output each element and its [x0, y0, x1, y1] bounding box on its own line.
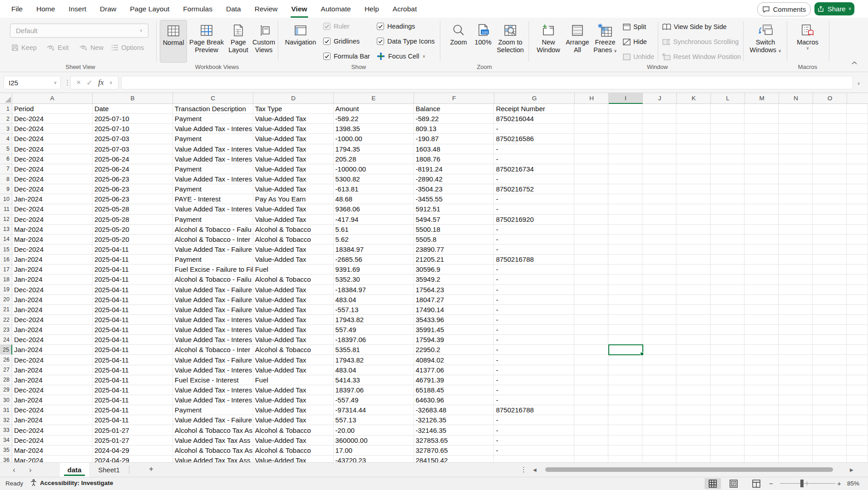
cell-H27[interactable] [574, 365, 608, 375]
cell-F23[interactable]: 35991.45 [414, 325, 494, 335]
cell-H30[interactable] [574, 395, 608, 405]
cell-J2[interactable] [642, 114, 676, 124]
cell-K20[interactable] [676, 295, 710, 305]
cell-M22[interactable] [745, 315, 779, 325]
cell-J35[interactable] [642, 446, 676, 456]
cell-H8[interactable] [574, 174, 608, 184]
cell-partial[interactable] [847, 225, 868, 235]
cell-O3[interactable] [813, 124, 847, 134]
menu-tab-insert[interactable]: Insert [62, 0, 93, 18]
cell-E27[interactable]: 483.04 [334, 365, 414, 375]
cell-K22[interactable] [676, 315, 710, 325]
cell-M4[interactable] [745, 134, 779, 144]
cell-M14[interactable] [745, 235, 779, 245]
cell-B26[interactable]: 2025-04-11 [93, 355, 173, 365]
cell-F27[interactable]: 41377.06 [414, 365, 494, 375]
cell-J11[interactable] [642, 204, 676, 214]
prev-sheet-arrow[interactable]: ‹ [13, 466, 15, 475]
cell-N10[interactable] [779, 194, 813, 204]
cell-D5[interactable]: Value-Added Tax [253, 144, 334, 154]
cell-partial[interactable] [847, 134, 868, 144]
cell-G36[interactable] [494, 456, 574, 462]
row-header-16[interactable]: 16 [0, 255, 12, 265]
cell-H23[interactable] [574, 325, 608, 335]
cell-N29[interactable] [779, 385, 813, 395]
cell-H16[interactable] [574, 255, 608, 265]
cell-F14[interactable]: 5505.8 [414, 235, 494, 245]
cell-E18[interactable]: 5352.30 [334, 274, 414, 284]
cell-L20[interactable] [710, 295, 745, 305]
cell-O5[interactable] [813, 144, 847, 154]
cell-M30[interactable] [745, 395, 779, 405]
cell-B12[interactable]: 2025-05-28 [93, 215, 173, 225]
cell-N12[interactable] [779, 215, 813, 225]
cell-F13[interactable]: 5500.18 [414, 225, 494, 235]
cell-D32[interactable]: Value-Added Tax [253, 415, 334, 425]
col-header-F[interactable]: F [414, 93, 494, 104]
cell-I4[interactable] [608, 134, 642, 144]
cell-B20[interactable]: 2025-04-11 [93, 295, 173, 305]
cell-O4[interactable] [813, 134, 847, 144]
cell-E2[interactable]: -589.22 [334, 114, 414, 124]
cell-I26[interactable] [608, 355, 642, 365]
cell-O21[interactable] [813, 305, 847, 315]
cell-I23[interactable] [608, 325, 642, 335]
cell-B11[interactable]: 2025-05-28 [93, 204, 173, 214]
cell-D15[interactable]: Value-Added Tax [253, 245, 334, 255]
row-header-3[interactable]: 3 [0, 124, 12, 134]
cell-A2[interactable]: Dec-2024 [12, 114, 93, 124]
cell-partial[interactable] [847, 104, 868, 114]
cell-G12[interactable]: 8750216920 [494, 215, 574, 225]
zoom-100-button[interactable]: 100 100% [472, 20, 494, 63]
cell-L26[interactable] [710, 355, 745, 365]
cell-O25[interactable] [813, 345, 847, 355]
cell-N30[interactable] [779, 395, 813, 405]
cell-O29[interactable] [813, 385, 847, 395]
cell-A3[interactable]: Dec-2024 [12, 124, 93, 134]
cell-partial[interactable] [847, 194, 868, 204]
cell-H28[interactable] [574, 375, 608, 385]
cell-M19[interactable] [745, 285, 779, 295]
cell-I28[interactable] [608, 375, 642, 385]
cell-C16[interactable]: Payment [173, 255, 253, 265]
cell-D1[interactable]: Tax Type [253, 104, 334, 114]
cell-J16[interactable] [642, 255, 676, 265]
cell-J5[interactable] [642, 144, 676, 154]
cell-M36[interactable] [745, 456, 779, 462]
cell-L23[interactable] [710, 325, 745, 335]
cell-O30[interactable] [813, 395, 847, 405]
cell-L4[interactable] [710, 134, 745, 144]
cell-partial[interactable] [847, 395, 868, 405]
cell-K2[interactable] [676, 114, 710, 124]
cell-A14[interactable]: Mar-2024 [12, 235, 93, 245]
cell-F22[interactable]: 35433.96 [414, 315, 494, 325]
cell-K17[interactable] [676, 265, 710, 274]
cell-A10[interactable]: Jan-2024 [12, 194, 93, 204]
cell-I35[interactable] [608, 446, 642, 456]
cell-M18[interactable] [745, 274, 779, 284]
row-header-31[interactable]: 31 [0, 405, 12, 415]
cell-M9[interactable] [745, 184, 779, 194]
cell-O23[interactable] [813, 325, 847, 335]
cell-M16[interactable] [745, 255, 779, 265]
cell-J21[interactable] [642, 305, 676, 315]
zoom-slider-thumb[interactable] [800, 480, 804, 487]
cell-A31[interactable]: Dec-2024 [12, 405, 93, 415]
data-type-icons-checkbox[interactable]: Data Type Icons [377, 37, 435, 46]
row-header-19[interactable]: 19 [0, 285, 12, 295]
row-header-36[interactable]: 36 [0, 456, 12, 462]
cell-E21[interactable]: -557.13 [334, 305, 414, 315]
cell-O13[interactable] [813, 225, 847, 235]
cell-K27[interactable] [676, 365, 710, 375]
cell-B21[interactable]: 2025-04-11 [93, 305, 173, 315]
cell-A24[interactable]: Dec-2024 [12, 335, 93, 345]
cell-O36[interactable] [813, 456, 847, 462]
keep-sheet-view-button[interactable]: Keep [11, 43, 37, 53]
cell-H5[interactable] [574, 144, 608, 154]
comments-button[interactable]: Comments [757, 2, 811, 16]
cell-K32[interactable] [676, 415, 710, 425]
cell-N6[interactable] [779, 154, 813, 164]
cell-B4[interactable]: 2025-07-03 [93, 134, 173, 144]
cell-J27[interactable] [642, 365, 676, 375]
col-header-I[interactable]: I [609, 93, 643, 104]
